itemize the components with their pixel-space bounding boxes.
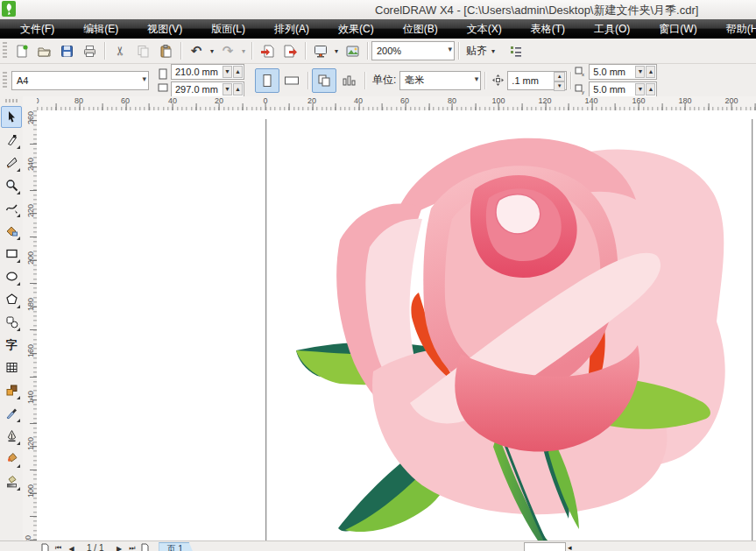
- paste-clipboard-icon: [159, 44, 173, 59]
- snap-dropdown[interactable]: 贴齐 ▾: [463, 42, 498, 60]
- current-page-button[interactable]: [336, 68, 361, 93]
- menu-tools[interactable]: 工具(O): [584, 19, 639, 39]
- spin-up[interactable]: ▲: [233, 83, 243, 95]
- ruler-origin-corner[interactable]: [23, 96, 38, 111]
- crop-knife-icon: [5, 156, 18, 169]
- ellipse-tool[interactable]: [1, 265, 22, 287]
- launcher-dropdown[interactable]: ▾: [332, 47, 341, 55]
- cut-button[interactable]: ✂: [109, 39, 131, 62]
- undo-button[interactable]: ↶: [185, 39, 208, 62]
- hruler-label: 80: [448, 96, 456, 105]
- undo-dropdown[interactable]: ▾: [208, 47, 216, 55]
- menu-effects[interactable]: 效果(C): [329, 19, 384, 39]
- application-launcher-button[interactable]: [309, 39, 332, 62]
- nudge-offset-field[interactable]: .1 mm ▲▼: [507, 71, 567, 90]
- smart-fill-tool[interactable]: [1, 220, 22, 242]
- options-button[interactable]: [504, 39, 526, 62]
- last-page-button[interactable]: ⏭: [125, 542, 138, 551]
- fill-tool[interactable]: [1, 448, 22, 470]
- open-folder-icon: [37, 44, 52, 59]
- paper-width-field[interactable]: 210.0 mm ▼▲: [171, 64, 244, 80]
- next-page-button[interactable]: ▶: [112, 542, 125, 551]
- blend-tool[interactable]: [1, 379, 22, 401]
- drawing-canvas[interactable]: [37, 110, 756, 540]
- blend-icon: [5, 384, 18, 397]
- spin-up[interactable]: ▲: [233, 66, 243, 78]
- hruler-label: 80: [74, 96, 83, 105]
- table-grid-icon: [5, 361, 18, 374]
- add-page-start-button[interactable]: [39, 542, 52, 551]
- open-button[interactable]: [32, 39, 55, 62]
- text-tool[interactable]: 字: [1, 334, 22, 356]
- all-pages-button[interactable]: [312, 68, 336, 93]
- hruler-major-ticks: [37, 96, 756, 110]
- options-list-icon: [508, 44, 523, 59]
- pick-tool[interactable]: [1, 106, 22, 128]
- zoom-level-combo[interactable]: 200% ▾: [371, 41, 455, 60]
- menu-text[interactable]: 文本(X): [457, 19, 512, 39]
- previous-page-button[interactable]: ◀: [65, 542, 78, 551]
- save-button[interactable]: [55, 39, 78, 62]
- toolbox-grip[interactable]: [5, 99, 18, 102]
- print-icon: [82, 44, 97, 59]
- scroll-left-arrow[interactable]: ◂: [568, 543, 572, 551]
- redo-button[interactable]: ↷: [216, 39, 239, 62]
- basic-shapes-tool[interactable]: [1, 311, 22, 333]
- spin-down[interactable]: ▼: [554, 81, 565, 91]
- menu-table[interactable]: 表格(T): [521, 19, 575, 39]
- duplicate-x-field[interactable]: 5.0 mm ▼▲: [589, 64, 657, 80]
- menu-help[interactable]: 帮助(H): [717, 19, 756, 39]
- spin-down[interactable]: ▼: [223, 66, 232, 78]
- landscape-button[interactable]: [279, 68, 304, 93]
- duplicate-y-field[interactable]: 5.0 mm ▼▲: [589, 81, 657, 97]
- undo-icon: ↶: [191, 43, 202, 59]
- paper-height-field[interactable]: 297.0 mm ▼▲: [171, 81, 244, 97]
- import-button[interactable]: [256, 39, 279, 62]
- interactive-fill-tool[interactable]: [1, 470, 22, 492]
- spin-down[interactable]: ▼: [635, 66, 645, 78]
- vertical-ruler[interactable]: 26024022020018016014012010080: [23, 110, 38, 540]
- export-button[interactable]: [279, 39, 301, 62]
- table-tool[interactable]: [1, 357, 22, 378]
- new-document-button[interactable]: [10, 39, 32, 62]
- spin-down[interactable]: ▼: [223, 83, 232, 95]
- spin-up[interactable]: ▲: [646, 83, 655, 95]
- horizontal-ruler[interactable]: 10080604020020406080100120140160180200: [37, 96, 756, 111]
- freehand-tool[interactable]: [1, 197, 22, 219]
- horizontal-scrollbar-track[interactable]: [524, 542, 566, 551]
- paper-preset-combo[interactable]: A4 ▾: [11, 71, 149, 90]
- page-tab[interactable]: 页 1: [159, 542, 194, 551]
- propbar-grip[interactable]: [3, 72, 7, 89]
- spin-down[interactable]: ▼: [635, 83, 645, 95]
- menu-edit[interactable]: 编辑(E): [74, 19, 128, 39]
- welcome-screen-button[interactable]: [341, 39, 364, 62]
- rose-artwork[interactable]: [289, 124, 753, 540]
- menu-file[interactable]: 文件(F): [11, 19, 64, 39]
- redo-dropdown[interactable]: ▾: [239, 47, 248, 55]
- menu-view[interactable]: 视图(V): [138, 19, 192, 39]
- polygon-tool[interactable]: [1, 288, 22, 310]
- paste-button[interactable]: [154, 39, 177, 62]
- spin-up[interactable]: ▲: [554, 72, 565, 81]
- magnifier-icon: [5, 179, 18, 192]
- shape-tool[interactable]: [1, 129, 22, 151]
- toolbar-grip[interactable]: [3, 42, 7, 60]
- menu-window[interactable]: 窗口(W): [649, 19, 706, 39]
- print-button[interactable]: [78, 39, 101, 62]
- menu-bitmaps[interactable]: 位图(B): [393, 19, 448, 39]
- propbar-separator: [364, 72, 365, 89]
- crop-tool[interactable]: [1, 152, 22, 173]
- zoom-tool[interactable]: [1, 174, 22, 196]
- menu-layout[interactable]: 版面(L): [201, 19, 255, 39]
- portrait-button[interactable]: [255, 68, 279, 93]
- menu-arrange[interactable]: 排列(A): [265, 19, 319, 39]
- units-combo[interactable]: 毫米 ▾: [399, 71, 481, 90]
- eyedropper-tool[interactable]: [1, 402, 22, 424]
- spin-up[interactable]: ▲: [646, 66, 655, 78]
- rectangle-tool[interactable]: [1, 243, 22, 265]
- outline-pen-tool[interactable]: [1, 425, 22, 447]
- add-page-end-button[interactable]: [138, 542, 152, 551]
- first-page-button[interactable]: ⏮: [52, 542, 65, 551]
- chevron-down-icon: ▾: [448, 45, 452, 53]
- copy-button[interactable]: [131, 39, 154, 62]
